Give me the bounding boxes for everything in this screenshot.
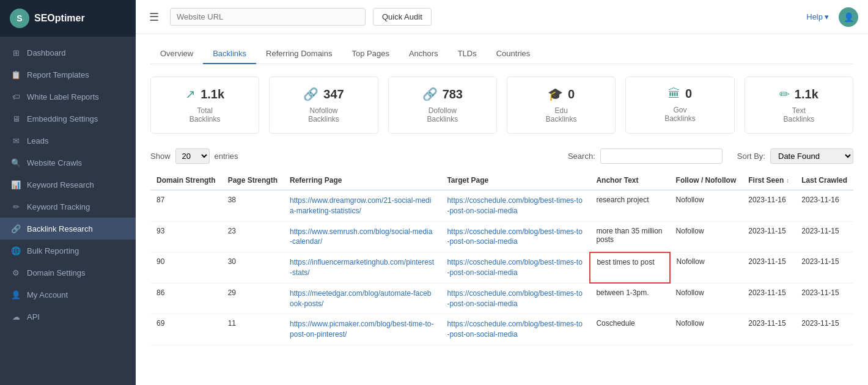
backlink-url[interactable]: https://coschedule.com/blog/best-times-t… [447,289,582,308]
search-input[interactable] [600,148,723,164]
follow-nofollow-cell: Nofollow [670,190,743,221]
referring-page-cell[interactable]: https://www.picmaker.com/blog/best-time-… [284,314,441,345]
table-row: 8629https://meetedgar.com/blog/automate-… [150,283,853,314]
content-area: OverviewBacklinksReferring DomainsTop Pa… [136,34,868,385]
follow-nofollow-cell: Nofollow [670,252,743,284]
domain-strength-cell: 87 [150,190,222,221]
referring-page-cell[interactable]: https://www.semrush.com/blog/social-medi… [284,221,441,252]
sidebar-label: Domain Settings [27,268,85,277]
sidebar-item-embedding-settings[interactable]: 🖥Embedding Settings [0,108,136,130]
hamburger-button[interactable]: ☰ [145,8,163,26]
user-avatar[interactable]: 👤 [839,7,858,27]
sidebar-item-domain-settings[interactable]: ⚙Domain Settings [0,262,136,284]
sidebar-item-my-account[interactable]: 👤My Account [0,284,136,306]
stat-icon-0: ↗ [185,87,196,101]
backlink-url[interactable]: https://meetedgar.com/blog/automate-face… [290,289,431,308]
sidebar-label: API [27,312,40,321]
quick-audit-button[interactable]: Quick Audit [373,8,432,26]
entries-select[interactable]: 102050100 [175,148,210,164]
stat-top: 🔗 347 [303,87,344,101]
domain-strength-cell: 90 [150,252,222,284]
stat-label-2: DofollowBacklinks [427,106,458,123]
follow-nofollow-cell: Nofollow [670,221,743,252]
backlink-url[interactable]: https://coschedule.com/blog/best-times-t… [447,320,582,339]
url-input[interactable] [170,8,366,26]
sidebar-label: Backlink Research [27,224,93,233]
target-page-cell[interactable]: https://coschedule.com/blog/best-times-t… [441,314,590,345]
backlink-url[interactable]: https://influencermarketinghub.com/pinte… [290,258,434,277]
sidebar-item-leads[interactable]: ✉Leads [0,130,136,152]
stat-icon-4: 🏛 [668,87,680,101]
help-button[interactable]: Help ▾ [806,12,829,21]
sidebar-item-api[interactable]: ☁API [0,306,136,328]
tab-backlinks[interactable]: Backlinks [203,44,256,64]
stat-label-1: NofollowBacklinks [308,106,339,123]
sidebar-item-bulk-reporting[interactable]: 🌐Bulk Reporting [0,240,136,262]
logo-icon: S [10,9,29,28]
tab-overview[interactable]: Overview [150,44,203,64]
anchor-text-cell: best times to post [590,252,669,284]
tab-referring-domains[interactable]: Referring Domains [256,44,342,64]
embedding-settings-icon: 🖥 [11,114,21,123]
last-crawled-cell: 2023-11-15 [795,283,853,314]
logo-area[interactable]: S SEOptimer [0,0,136,37]
stat-value-4: 0 [685,87,692,101]
stat-top: 🔗 783 [422,87,463,101]
tab-top-pages[interactable]: Top Pages [342,44,399,64]
backlinks-table: Domain StrengthPage StrengthReferring Pa… [150,171,853,345]
sidebar-item-keyword-research[interactable]: 📊Keyword Research [0,174,136,196]
table-row: 6911https://www.picmaker.com/blog/best-t… [150,314,853,345]
header-right: Help ▾ 👤 [806,7,858,27]
domain-strength-cell: 69 [150,314,222,345]
stat-value-5: 1.1k [795,87,818,101]
target-page-cell[interactable]: https://coschedule.com/blog/best-times-t… [441,252,590,284]
sidebar-item-report-templates[interactable]: 📋Report Templates [0,64,136,86]
backlink-url[interactable]: https://www.dreamgrow.com/21-social-medi… [290,196,431,215]
stat-card-1: 🔗 347 NofollowBacklinks [269,76,378,134]
stat-label-0: TotalBacklinks [189,106,221,123]
th-first-seen[interactable]: First Seen↕ [742,171,795,190]
sidebar-label: White Label Reports [27,92,99,101]
table-row: 9323https://www.semrush.com/blog/social-… [150,221,853,252]
referring-page-cell[interactable]: https://www.dreamgrow.com/21-social-medi… [284,190,441,221]
table-row: 9030https://influencermarketinghub.com/p… [150,252,853,284]
referring-page-cell[interactable]: https://influencermarketinghub.com/pinte… [284,252,441,284]
backlink-url[interactable]: https://www.picmaker.com/blog/best-time-… [290,320,433,339]
stat-icon-5: ✏ [779,87,790,101]
stat-value-3: 0 [568,87,575,101]
backlink-url[interactable]: https://www.semrush.com/blog/social-medi… [290,227,432,246]
sidebar-label: Embedding Settings [27,114,98,123]
stat-card-3: 🎓 0 EduBacklinks [507,76,616,134]
th-page-strength: Page Strength [222,171,284,190]
first-seen-cell: 2023-11-15 [742,314,795,345]
th-follow-nofollow: Follow / Nofollow [670,171,743,190]
tab-anchors[interactable]: Anchors [399,44,448,64]
sidebar-label: Report Templates [27,70,89,79]
target-page-cell[interactable]: https://coschedule.com/blog/best-times-t… [441,190,590,221]
sort-select[interactable]: Date FoundDomain StrengthPage Strength [770,148,853,164]
domain-settings-icon: ⚙ [11,268,21,277]
follow-nofollow-cell: Nofollow [670,314,743,345]
backlink-url[interactable]: https://coschedule.com/blog/best-times-t… [447,196,582,215]
tabs-bar: OverviewBacklinksReferring DomainsTop Pa… [150,44,853,64]
sidebar-item-keyword-tracking[interactable]: ✏Keyword Tracking [0,196,136,218]
target-page-cell[interactable]: https://coschedule.com/blog/best-times-t… [441,221,590,252]
help-label: Help [806,12,823,21]
tab-tlds[interactable]: TLDs [448,44,487,64]
first-seen-cell: 2023-11-15 [742,252,795,284]
stat-top: ↗ 1.1k [185,87,224,101]
sidebar-item-website-crawls[interactable]: 🔍Website Crawls [0,152,136,174]
sidebar-item-backlink-research[interactable]: 🔗Backlink Research [0,218,136,240]
header: ☰ Quick Audit Help ▾ 👤 [136,0,868,34]
sidebar-item-dashboard[interactable]: ⊞Dashboard [0,42,136,64]
sidebar-label: Keyword Tracking [27,202,90,211]
sidebar-label: Dashboard [27,48,66,57]
stat-label-5: TextBacklinks [783,106,814,123]
tab-countries[interactable]: Countries [487,44,540,64]
backlink-url[interactable]: https://coschedule.com/blog/best-times-t… [447,258,582,277]
sidebar-item-white-label-reports[interactable]: 🏷White Label Reports [0,86,136,108]
referring-page-cell[interactable]: https://meetedgar.com/blog/automate-face… [284,283,441,314]
target-page-cell[interactable]: https://coschedule.com/blog/best-times-t… [441,283,590,314]
first-seen-cell: 2023-11-16 [742,190,795,221]
backlink-url[interactable]: https://coschedule.com/blog/best-times-t… [447,227,582,246]
